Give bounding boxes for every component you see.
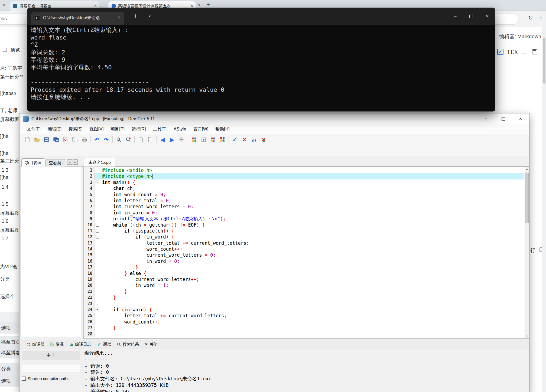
tex-icon[interactable]: TEX: [507, 49, 518, 55]
code-line[interactable]: 4 char ch;: [84, 185, 524, 191]
code-line[interactable]: 16 in_word = 0;: [84, 258, 524, 264]
run-button[interactable]: [199, 135, 208, 144]
code-line[interactable]: 2#include <ctype.h>: [84, 173, 524, 179]
code-line[interactable]: 24− if (in_word) {: [84, 307, 524, 313]
abort-button-toolbar[interactable]: ×: [240, 135, 249, 144]
menu-project[interactable]: 项目[P]: [107, 124, 128, 134]
shorten-paths-checkbox[interactable]: Shorten compiler paths: [22, 376, 69, 381]
code-line[interactable]: 25 letter_total += current_word_letters;: [84, 313, 524, 319]
console-new-tab-button[interactable]: +: [134, 12, 137, 20]
tab-close-panel[interactable]: × 关闭: [142, 340, 161, 349]
console-title-bar[interactable]: C:\Users\why\Desktop\未命名 × + ∨ − ×: [27, 8, 495, 25]
console-maximize-button[interactable]: [463, 8, 479, 25]
console-close-button[interactable]: ×: [479, 8, 495, 25]
ide-title-bar[interactable]: C:\Users\why\Desktop\未命名1.cpp - [Executi…: [20, 113, 529, 124]
editor-mode-select[interactable]: 编辑器: Markdown∨: [499, 33, 546, 40]
code-line[interactable]: 22 }: [84, 295, 524, 300]
delete-profile-button[interactable]: [259, 135, 268, 144]
menu-search[interactable]: 搜索[S]: [65, 124, 86, 134]
forward-button[interactable]: ▶: [167, 135, 177, 144]
console-tab-close-icon[interactable]: ×: [118, 15, 121, 20]
markdown-check-icon[interactable]: ✓: [497, 49, 503, 55]
compile-button[interactable]: [189, 135, 199, 144]
tab-compile-log[interactable]: 编译日志: [67, 340, 94, 349]
menu-file[interactable]: 文件[F]: [23, 124, 44, 134]
code-line[interactable]: 11− if (isspace(ch)) {: [84, 228, 524, 234]
menu-help[interactable]: 帮助[H]: [212, 124, 233, 134]
code-line[interactable]: 21 }: [84, 289, 524, 295]
page-scrollbar-thumb[interactable]: [543, 38, 545, 84]
tab-close-icon[interactable]: ×: [3, 2, 6, 8]
menu-astyle[interactable]: AStyle: [170, 124, 190, 134]
save-button[interactable]: [42, 135, 51, 144]
console-tab-dropdown-icon[interactable]: ∨: [148, 13, 151, 18]
back-button[interactable]: ◀: [158, 135, 167, 144]
fold-collapse-icon[interactable]: −: [96, 229, 99, 233]
tab-resources[interactable]: 资源: [47, 340, 67, 349]
code-line[interactable]: 19 current_word_letters++;: [84, 276, 524, 282]
abort-compile-button[interactable]: 中止: [22, 351, 80, 360]
rebuild-button[interactable]: [218, 135, 227, 144]
code-line[interactable]: 7 int current_word_letters = 0;: [84, 204, 524, 210]
scroll-tabs-right-button[interactable]: ▸: [73, 159, 78, 165]
editor-scrollbar[interactable]: ▲ ▼: [525, 167, 529, 338]
redo-button[interactable]: ↷: [102, 135, 111, 144]
code-line[interactable]: 3−int main() {: [84, 179, 524, 185]
tab-debug[interactable]: ✓ 调试: [94, 340, 114, 349]
code-line[interactable]: 13 letter_total += current_word_letters;: [84, 240, 524, 246]
menu-window[interactable]: 窗口[W]: [190, 124, 212, 134]
tab-preview[interactable]: 预览: [10, 47, 20, 53]
browser-refresh-icon[interactable]: ↻: [528, 15, 533, 21]
tab-class-viewer[interactable]: 查看类: [45, 159, 65, 166]
new-tab-button[interactable]: +: [206, 1, 210, 8]
fold-collapse-icon[interactable]: −: [96, 181, 99, 184]
code-line[interactable]: 28: [84, 331, 524, 337]
code-line[interactable]: 5 int word_count = 0;: [84, 192, 524, 198]
fold-collapse-icon[interactable]: −: [96, 235, 99, 239]
menu-edit[interactable]: 编辑[E]: [44, 124, 65, 134]
editor-scrollbar-thumb[interactable]: [525, 173, 529, 223]
tab-list-chevron-icon[interactable]: ∨: [198, 2, 201, 7]
goto-function-button[interactable]: [136, 135, 145, 144]
fold-collapse-icon[interactable]: −: [96, 223, 99, 227]
console-tab[interactable]: C:\Users\why\Desktop\未命名 ×: [31, 12, 124, 25]
code-line[interactable]: 15 current_word_letters = 0;: [84, 252, 524, 258]
menu-tools[interactable]: 工具[T]: [149, 124, 170, 134]
project-panel[interactable]: [21, 167, 81, 337]
code-line[interactable]: 26 word_count++;: [84, 319, 524, 325]
code-line[interactable]: 27 }: [84, 325, 524, 331]
code-line[interactable]: 6 int letter_total = 0;: [84, 198, 524, 204]
maximize-button[interactable]: [495, 113, 512, 124]
save-all-button[interactable]: [51, 135, 61, 144]
close-all-button[interactable]: [70, 135, 80, 144]
open-button[interactable]: [32, 135, 42, 144]
save-icon[interactable]: [532, 49, 537, 54]
undo-button[interactable]: ↶: [92, 135, 102, 144]
code-line[interactable]: 9 printf("请输入文本（按Ctrl+Z结束输入）：\n");: [84, 216, 524, 222]
scroll-up-icon[interactable]: ▲: [525, 167, 529, 171]
pause-button[interactable]: [177, 135, 186, 144]
scroll-tabs-left-button[interactable]: ◂: [67, 159, 72, 165]
profile-button[interactable]: [249, 135, 259, 144]
close-file-button[interactable]: [61, 135, 70, 144]
tab-project-manager[interactable]: 项目管理: [21, 158, 45, 166]
tab-search-results[interactable]: 搜索结果: [114, 340, 142, 349]
code-line[interactable]: 17 }: [84, 264, 524, 270]
bookmark-button[interactable]: [145, 135, 155, 144]
editor-file-tab[interactable]: 未命名1.cpp: [84, 158, 115, 166]
code-line[interactable]: 8 int in_word = 0;: [84, 210, 524, 216]
code-line[interactable]: 14 word_count++;: [84, 246, 524, 252]
replace-button[interactable]: [123, 135, 133, 144]
page-scrollbar[interactable]: [542, 11, 546, 392]
menu-view[interactable]: 视图[V]: [86, 124, 107, 134]
print-button[interactable]: [80, 135, 89, 144]
fold-collapse-icon[interactable]: −: [96, 308, 99, 311]
compile-run-button[interactable]: [208, 135, 218, 144]
code-line[interactable]: 20 in_word = 1;: [84, 282, 524, 288]
close-button[interactable]: ×: [512, 113, 529, 124]
new-source-button[interactable]: [23, 135, 32, 144]
tab-compiler[interactable]: 编译器: [24, 340, 47, 349]
code-line[interactable]: 10− while ((ch = getchar()) != EOF) {: [84, 222, 524, 228]
minimize-button[interactable]: −: [477, 113, 495, 124]
scroll-down-icon[interactable]: ▼: [525, 334, 529, 338]
